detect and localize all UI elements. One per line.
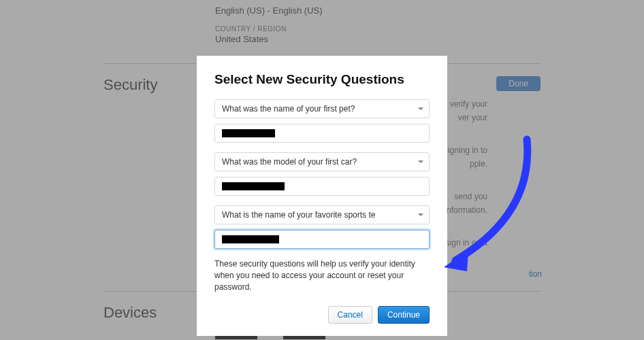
redacted-answer xyxy=(222,182,285,190)
modal-actions: Cancel Continue xyxy=(214,306,430,324)
question-2-text: What was the model of your first car? xyxy=(222,157,357,167)
redacted-answer xyxy=(222,129,275,137)
chevron-down-icon xyxy=(418,214,423,216)
modal-description: These security questions will help us ve… xyxy=(214,258,430,292)
question-3-text: What is the name of your favorite sports… xyxy=(222,210,375,220)
question-1-text: What was the name of your first pet? xyxy=(222,104,355,114)
question-group-1: What was the name of your first pet? xyxy=(214,99,430,143)
svg-marker-0 xyxy=(444,250,468,271)
question-select-2[interactable]: What was the model of your first car? xyxy=(214,152,430,171)
security-questions-modal: Select New Security Questions What was t… xyxy=(197,56,447,336)
modal-title: Select New Security Questions xyxy=(214,72,430,87)
question-select-1[interactable]: What was the name of your first pet? xyxy=(214,99,430,118)
answer-input-3[interactable] xyxy=(214,230,430,249)
answer-input-2[interactable] xyxy=(214,177,430,196)
answer-input-1[interactable] xyxy=(214,124,430,143)
continue-button[interactable]: Continue xyxy=(378,306,430,324)
question-select-3[interactable]: What is the name of your favorite sports… xyxy=(214,205,430,224)
chevron-down-icon xyxy=(418,160,423,163)
modal-overlay: Select New Security Questions What was t… xyxy=(0,0,644,340)
redacted-answer xyxy=(222,235,279,243)
question-group-3: What is the name of your favorite sports… xyxy=(214,205,430,249)
question-group-2: What was the model of your first car? xyxy=(214,152,430,196)
cancel-button[interactable]: Cancel xyxy=(328,306,372,324)
chevron-down-icon xyxy=(418,107,423,110)
